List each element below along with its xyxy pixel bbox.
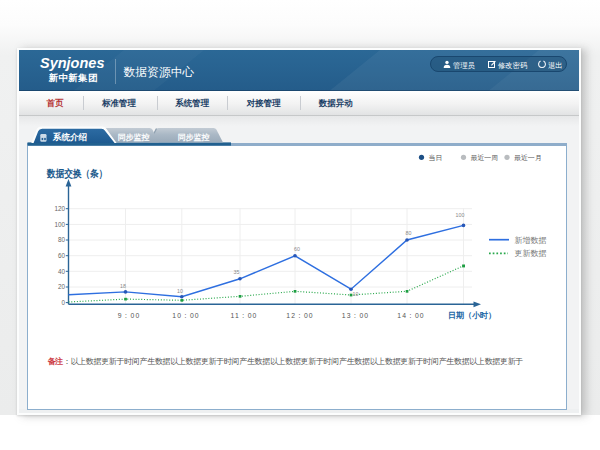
svg-text:18: 18: [120, 283, 126, 289]
svg-text:10: 10: [177, 288, 183, 294]
svg-text:新增数据: 新增数据: [515, 236, 547, 245]
svg-text:12：00: 12：00: [286, 312, 313, 319]
svg-text:当日: 当日: [429, 154, 443, 161]
svg-text:10: 10: [353, 291, 359, 297]
svg-text:系统介绍: 系统介绍: [52, 132, 88, 142]
svg-text:40: 40: [58, 268, 66, 275]
svg-text:35: 35: [234, 269, 240, 275]
svg-text:同步监控: 同步监控: [178, 133, 210, 142]
svg-text:20: 20: [58, 283, 66, 290]
svg-text:13：00: 13：00: [342, 312, 369, 319]
svg-text:10：00: 10：00: [172, 312, 199, 319]
svg-text:日期（小时）: 日期（小时）: [448, 311, 496, 320]
svg-text:同步监控: 同步监控: [118, 133, 150, 142]
svg-text:11：00: 11：00: [231, 312, 258, 319]
svg-text:100: 100: [54, 221, 65, 228]
svg-text:80: 80: [58, 236, 66, 243]
svg-text:14：00: 14：00: [397, 312, 424, 319]
svg-text:最近一月: 最近一月: [514, 154, 542, 162]
svg-text:最近一周: 最近一周: [471, 154, 499, 161]
svg-text:60: 60: [58, 252, 66, 259]
svg-text:100: 100: [456, 212, 465, 218]
svg-text:0: 0: [61, 299, 65, 306]
svg-text:80: 80: [406, 230, 412, 236]
svg-text:数据交换（条）: 数据交换（条）: [46, 168, 107, 181]
svg-text:60: 60: [294, 246, 300, 252]
svg-text:120: 120: [54, 205, 65, 212]
svg-text:更新数据: 更新数据: [515, 249, 547, 258]
svg-text:9：00: 9：00: [118, 312, 141, 319]
